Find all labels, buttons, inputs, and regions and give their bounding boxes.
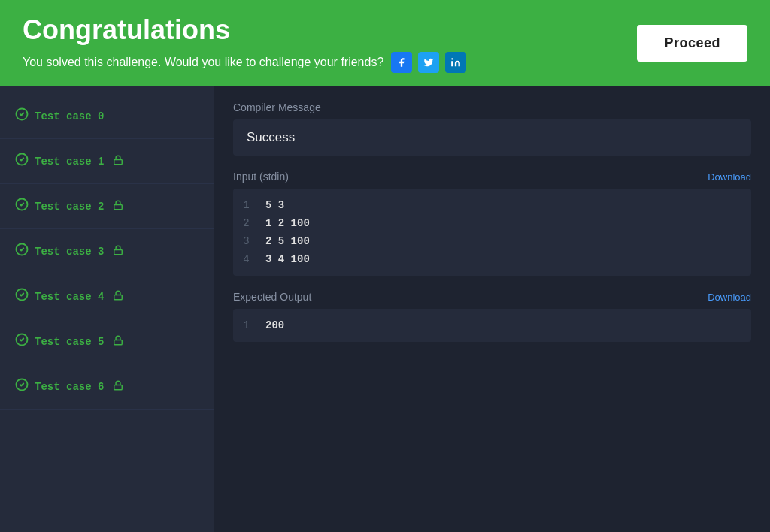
output-code-line: 1 200 bbox=[233, 316, 751, 334]
check-icon-2 bbox=[15, 198, 29, 215]
input-download-link[interactable]: Download bbox=[708, 171, 751, 183]
banner-title: Congratulations bbox=[23, 14, 466, 46]
svg-rect-3 bbox=[114, 159, 123, 164]
right-panel: Compiler Message Success Input (stdin) D… bbox=[214, 86, 770, 532]
input-code-line: 1 5 3 bbox=[233, 196, 751, 214]
main-content: Test case 0Test case 1Test case 2Test ca… bbox=[0, 86, 770, 532]
expected-output-download-link[interactable]: Download bbox=[708, 292, 751, 303]
line-number: 2 bbox=[233, 214, 259, 232]
test-case-label-1: Test case 1 bbox=[35, 156, 104, 168]
test-case-item-3[interactable]: Test case 3 bbox=[0, 229, 214, 274]
lock-icon-5 bbox=[113, 335, 123, 349]
expected-output-code-box: 1 200 bbox=[233, 309, 751, 342]
check-icon-0 bbox=[15, 107, 29, 125]
check-icon-1 bbox=[15, 153, 29, 170]
test-case-label-0: Test case 0 bbox=[35, 110, 104, 122]
test-case-item-0[interactable]: Test case 0 bbox=[0, 94, 214, 139]
expected-output-label: Expected Output bbox=[233, 291, 311, 303]
test-case-label-5: Test case 5 bbox=[35, 336, 104, 348]
banner-subtitle: You solved this challenge. Would you lik… bbox=[23, 52, 466, 73]
input-code-line: 3 2 5 100 bbox=[233, 232, 751, 250]
test-case-item-5[interactable]: Test case 5 bbox=[0, 319, 214, 364]
social-icons bbox=[391, 52, 466, 73]
svg-point-0 bbox=[451, 58, 453, 59]
expected-output-section-header: Expected Output Download bbox=[233, 291, 751, 303]
test-case-label-2: Test case 2 bbox=[35, 201, 104, 213]
test-case-label-3: Test case 3 bbox=[35, 246, 104, 258]
lock-icon-1 bbox=[113, 155, 123, 168]
compiler-message-box: Success bbox=[233, 119, 751, 156]
compiler-message-label: Compiler Message bbox=[233, 101, 751, 113]
line-number: 3 bbox=[233, 232, 259, 250]
line-content: 2 5 100 bbox=[259, 232, 316, 250]
line-content: 3 4 100 bbox=[259, 250, 316, 268]
svg-rect-7 bbox=[114, 249, 123, 254]
svg-rect-5 bbox=[114, 204, 123, 209]
lock-icon-4 bbox=[113, 290, 123, 304]
facebook-icon[interactable] bbox=[391, 52, 412, 73]
test-case-item-4[interactable]: Test case 4 bbox=[0, 274, 214, 319]
compiler-message-text: Success bbox=[247, 130, 295, 144]
line-number: 1 bbox=[233, 196, 259, 214]
lock-icon-6 bbox=[113, 380, 123, 394]
test-case-item-6[interactable]: Test case 6 bbox=[0, 364, 214, 410]
test-case-label-6: Test case 6 bbox=[35, 381, 104, 393]
line-number: 4 bbox=[233, 250, 259, 268]
check-icon-6 bbox=[15, 378, 29, 395]
input-label: Input (stdin) bbox=[233, 171, 289, 183]
banner-subtitle-text: You solved this challenge. Would you lik… bbox=[23, 56, 383, 69]
banner-left: Congratulations You solved this challeng… bbox=[23, 14, 466, 73]
congratulations-banner: Congratulations You solved this challeng… bbox=[0, 0, 770, 86]
check-icon-3 bbox=[15, 243, 29, 260]
input-code-line: 4 3 4 100 bbox=[233, 250, 751, 268]
svg-rect-9 bbox=[114, 295, 123, 299]
lock-icon-3 bbox=[113, 245, 123, 258]
linkedin-icon[interactable] bbox=[445, 52, 466, 73]
input-section-header: Input (stdin) Download bbox=[233, 171, 751, 183]
test-case-label-4: Test case 4 bbox=[35, 291, 104, 303]
check-icon-4 bbox=[15, 288, 29, 305]
sidebar: Test case 0Test case 1Test case 2Test ca… bbox=[0, 86, 214, 532]
input-code-line: 2 1 2 100 bbox=[233, 214, 751, 232]
check-icon-5 bbox=[15, 333, 29, 350]
svg-rect-13 bbox=[114, 385, 123, 389]
line-content: 200 bbox=[259, 316, 290, 334]
test-case-item-1[interactable]: Test case 1 bbox=[0, 139, 214, 184]
line-number: 1 bbox=[233, 316, 259, 334]
input-code-box: 1 5 3 2 1 2 100 3 2 5 100 4 3 4 100 bbox=[233, 189, 751, 276]
svg-rect-11 bbox=[114, 340, 123, 344]
twitter-icon[interactable] bbox=[418, 52, 439, 73]
test-case-item-2[interactable]: Test case 2 bbox=[0, 184, 214, 229]
line-content: 1 2 100 bbox=[259, 214, 316, 232]
line-content: 5 3 bbox=[259, 196, 290, 214]
proceed-button[interactable]: Proceed bbox=[637, 25, 747, 62]
lock-icon-2 bbox=[113, 200, 123, 213]
